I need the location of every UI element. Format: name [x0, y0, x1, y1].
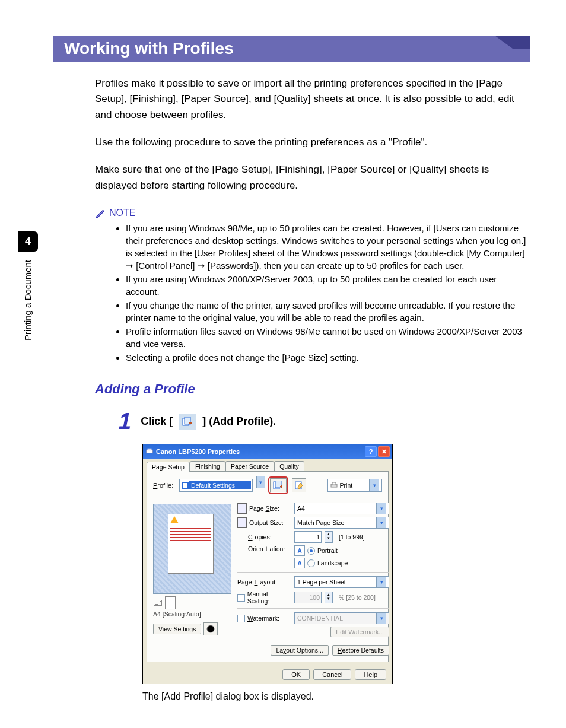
profile-select[interactable]: Default Settings	[179, 479, 253, 492]
svg-rect-5	[183, 483, 187, 488]
profile-dropdown-arrow[interactable]: ▾	[256, 476, 265, 488]
watermark-checkbox[interactable]	[237, 615, 245, 622]
svg-rect-10	[332, 482, 336, 485]
output-size-icon	[237, 517, 247, 528]
profile-label: Profile:	[153, 482, 176, 489]
tab-paper-source[interactable]: Paper Source	[225, 461, 274, 471]
watermark-label: Watermark:	[247, 615, 279, 622]
note-item: If you change the name of the printer, a…	[126, 299, 530, 324]
page-size-select[interactable]: A4 ▾	[294, 503, 389, 514]
chapter-tab: 4	[18, 231, 38, 252]
preview-page-icon	[165, 596, 176, 609]
page-size-label: Page Size:	[249, 505, 279, 512]
properties-dialog: Canon LBP5200 Properties ? ✕ Page Setup …	[142, 444, 393, 684]
watermark-select: CONFIDENTIAL ▾	[294, 612, 389, 624]
scaling-spinner: ▴▾	[325, 592, 333, 603]
note-list: If you are using Windows 98/Me, up to 50…	[95, 222, 530, 364]
edit-watermark-button: Edit Watermark...	[330, 627, 389, 637]
portrait-icon: A	[294, 545, 305, 556]
profile-icon	[181, 481, 189, 489]
note-item: Selecting a profile does not change the …	[126, 351, 530, 364]
color-wheel-button[interactable]	[203, 622, 218, 635]
tab-quality[interactable]: Quality	[274, 461, 304, 471]
step-result-text: The [Add Profile] dialog box is displaye…	[142, 691, 530, 702]
dropdown-arrow-icon: ▾	[376, 517, 386, 528]
portrait-radio[interactable]	[307, 547, 315, 555]
tab-page-setup[interactable]: Page Setup	[147, 462, 190, 472]
copies-input[interactable]: 1	[294, 531, 322, 543]
dropdown-arrow-icon: ▾	[376, 577, 386, 587]
scaling-range: % [25 to 200]	[339, 594, 376, 601]
note-label: NOTE	[109, 208, 135, 218]
add-profile-button[interactable]	[270, 478, 287, 492]
landscape-icon: A	[294, 558, 305, 568]
note-icon	[95, 208, 106, 218]
step-text-post: ] (Add Profile).	[202, 415, 276, 428]
page-layout-select[interactable]: 1 Page per Sheet ▾	[294, 576, 389, 588]
view-settings-button[interactable]: View Settings	[153, 624, 201, 634]
copies-spinner[interactable]: ▴▾	[325, 531, 333, 543]
body-paragraph: Use the following procedure to save the …	[95, 135, 530, 150]
portrait-label: Portrait	[317, 547, 338, 554]
edit-profile-button[interactable]	[292, 478, 306, 492]
running-header: Printing a Document	[18, 255, 37, 345]
preview-caption: A4 [Scaling:Auto]	[153, 611, 231, 618]
dropdown-arrow-icon: ▾	[369, 479, 379, 491]
tab-finishing[interactable]: Finishing	[190, 461, 225, 471]
manual-scaling-label: Manual Scaling:	[247, 590, 291, 605]
output-size-label: Output Size:	[249, 519, 284, 526]
page-title: Working with Profiles	[53, 36, 530, 62]
printer-icon	[145, 447, 154, 456]
layout-options-button[interactable]: Layout Options...	[271, 645, 328, 656]
print-icon	[330, 482, 338, 489]
step-number: 1	[119, 409, 131, 434]
scaling-input: 100	[294, 592, 322, 603]
page-layout-label: Page Layout:	[237, 578, 291, 586]
page-preview	[153, 504, 231, 594]
section-heading: Adding a Profile	[95, 382, 530, 397]
note-item: If you are using Windows 98/Me, up to 50…	[126, 222, 530, 272]
step-text-pre: Click [	[141, 415, 173, 428]
preview-stamp-icon: 🖃	[153, 597, 163, 608]
note-item: If you are using Windows 2000/XP/Server …	[126, 273, 530, 298]
add-profile-highlight	[268, 476, 288, 494]
help-button[interactable]: Help	[355, 669, 386, 680]
dialog-title: Canon LBP5200 Properties	[156, 448, 240, 455]
landscape-radio[interactable]	[307, 559, 315, 567]
dropdown-arrow-icon: ▾	[376, 613, 386, 624]
body-paragraph: Profiles make it possible to save or imp…	[95, 76, 530, 123]
restore-defaults-button[interactable]: Restore Defaults	[332, 645, 389, 656]
help-button[interactable]: ?	[365, 446, 377, 457]
output-size-select[interactable]: Match Page Size ▾	[294, 517, 389, 529]
note-item: Profile information files saved on Windo…	[126, 325, 530, 350]
copies-range: [1 to 999]	[339, 533, 365, 541]
svg-rect-3	[148, 449, 152, 451]
orientation-label: Orientation:	[237, 545, 291, 552]
cancel-button[interactable]: Cancel	[313, 669, 351, 680]
landscape-label: Landscape	[317, 559, 348, 567]
dropdown-arrow-icon: ▾	[376, 503, 386, 514]
ok-button[interactable]: OK	[282, 669, 310, 680]
add-profile-icon	[179, 414, 196, 430]
body-paragraph: Make sure that one of the [Page Setup], …	[95, 162, 530, 193]
manual-scaling-checkbox[interactable]	[237, 594, 245, 602]
copies-label: Copies:	[237, 533, 291, 541]
output-method-select[interactable]: Print ▾	[327, 479, 382, 492]
page-size-icon	[237, 503, 247, 514]
close-button[interactable]: ✕	[378, 446, 390, 457]
